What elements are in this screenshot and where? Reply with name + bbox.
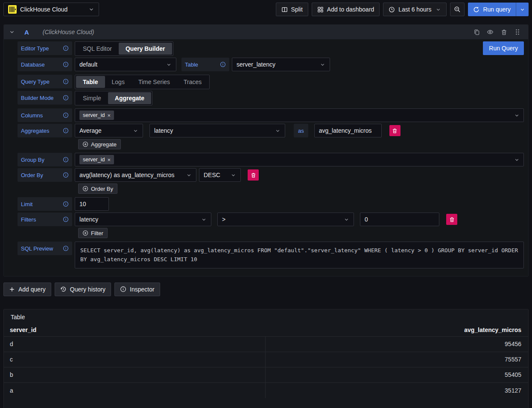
column-header-avg-latency[interactable]: avg_latency_micros — [265, 326, 528, 333]
database-select[interactable]: default — [75, 58, 176, 71]
aggregates-row: Aggregates Average latency as — [18, 124, 524, 137]
editor-type-row: Editor Type SQL Editor Query Builder Run… — [18, 41, 524, 56]
info-icon[interactable] — [63, 128, 69, 134]
chevron-down-icon — [88, 6, 94, 12]
table-row[interactable]: b 55405 — [4, 367, 528, 383]
query-type-logs[interactable]: Logs — [105, 76, 132, 88]
sql-preview-row: SQL Preview SELECT server_id, avg(latenc… — [18, 242, 524, 268]
limit-field[interactable] — [75, 197, 109, 211]
order-by-direction-select[interactable]: DESC — [199, 168, 241, 182]
add-order-by-button[interactable]: Order By — [78, 184, 117, 194]
columns-row: Columns server_id × — [18, 108, 524, 122]
order-by-row: Order By avg(latency) as avg_latency_mic… — [18, 168, 524, 182]
info-icon[interactable] — [220, 61, 226, 67]
remove-query-trash-icon[interactable] — [498, 26, 509, 38]
info-icon[interactable] — [63, 95, 69, 101]
collapse-chevron-icon[interactable] — [9, 29, 15, 35]
add-query-button[interactable]: Add query — [3, 283, 51, 296]
table-row[interactable]: c 75557 — [4, 352, 528, 367]
sql-preview-text: SELECT server_id, avg(latency) as avg_la… — [75, 242, 524, 268]
table-select[interactable]: server_latency — [232, 58, 330, 71]
remove-order-by-button[interactable] — [248, 169, 259, 181]
add-aggregate-button[interactable]: Aggregate — [78, 139, 121, 149]
add-order-by-row: Order By — [78, 184, 524, 194]
drag-handle-icon[interactable] — [512, 26, 523, 38]
aggregate-alias-field[interactable] — [314, 124, 382, 137]
clickhouse-logo-icon — [8, 5, 17, 14]
builder-mode-toggle: Simple Aggregate — [75, 91, 152, 105]
hide-response-eye-icon[interactable] — [485, 26, 496, 38]
table-panel-title[interactable]: Table — [4, 313, 528, 324]
duplicate-query-icon[interactable] — [471, 26, 482, 38]
aggregate-column-select[interactable]: latency — [149, 124, 285, 137]
builder-mode-aggregate[interactable]: Aggregate — [108, 92, 151, 104]
chip-remove-icon[interactable]: × — [107, 157, 111, 163]
query-type-row: Query Type Table Logs Time Series Traces — [18, 75, 524, 89]
info-icon[interactable] — [63, 157, 69, 163]
info-icon[interactable] — [63, 61, 69, 67]
chevron-down-icon — [436, 7, 441, 12]
zoom-out-time-button[interactable] — [450, 3, 465, 16]
info-icon[interactable] — [63, 172, 69, 178]
query-ref-id[interactable]: A — [24, 29, 29, 36]
info-icon[interactable] — [63, 216, 69, 222]
order-by-expression-select[interactable]: avg(latency) as avg_latency_micros — [75, 168, 196, 182]
group-by-multiselect[interactable]: server_id × — [75, 153, 524, 166]
editor-type-sql-editor[interactable]: SQL Editor — [76, 43, 119, 55]
time-range-picker[interactable]: Last 6 hours — [383, 3, 447, 16]
filter-column-select[interactable]: latency — [75, 213, 211, 226]
table-row[interactable]: a 35127 — [4, 383, 528, 398]
query-type-traces[interactable]: Traces — [177, 76, 208, 88]
database-label: Database — [18, 58, 72, 71]
builder-mode-row: Builder Mode Simple Aggregate — [18, 91, 524, 105]
add-to-dashboard-button[interactable]: Add to dashboard — [312, 3, 380, 16]
column-header-server-id[interactable]: server_id — [4, 326, 265, 333]
results-table: server_id avg_latency_micros d 95456 c 7… — [4, 324, 528, 398]
apps-grid-icon — [317, 6, 324, 13]
add-filter-button[interactable]: Filter — [78, 228, 108, 238]
query-history-button[interactable]: Query history — [55, 283, 111, 296]
query-editor-header: A (ClickHouse Cloud) — [4, 25, 528, 39]
query-editor-card: A (ClickHouse Cloud) Editor Type — [3, 24, 529, 277]
database-value: default — [79, 61, 97, 68]
aggregate-function-select[interactable]: Average — [75, 124, 143, 137]
inspector-button[interactable]: Inspector — [114, 283, 160, 296]
editor-type-label: Editor Type — [18, 41, 72, 55]
table-row[interactable]: d 95456 — [4, 337, 528, 352]
group-by-chip: server_id × — [79, 155, 114, 164]
columns-multiselect[interactable]: server_id × — [75, 108, 524, 122]
limit-input[interactable] — [79, 201, 104, 207]
plus-icon — [9, 286, 15, 292]
table-panel: Table server_id avg_latency_micros d 954… — [3, 309, 529, 408]
info-circle-icon — [120, 286, 126, 292]
explore-toolbar: ClickHouse Cloud Split Add to dashboard … — [0, 0, 532, 19]
query-type-time-series[interactable]: Time Series — [132, 76, 177, 88]
add-to-dashboard-label: Add to dashboard — [327, 6, 374, 13]
filter-value-input[interactable] — [365, 216, 435, 223]
filter-operator-select[interactable]: > — [217, 213, 354, 226]
query-type-table[interactable]: Table — [76, 76, 105, 88]
chip-remove-icon[interactable]: × — [107, 113, 111, 118]
run-query-dropdown-toggle[interactable] — [516, 3, 529, 16]
builder-mode-simple[interactable]: Simple — [76, 92, 108, 104]
aggregates-label: Aggregates — [18, 124, 72, 137]
editor-type-query-builder[interactable]: Query Builder — [119, 43, 172, 55]
datasource-picker[interactable]: ClickHouse Cloud — [3, 3, 99, 16]
aggregate-alias-input[interactable] — [319, 127, 377, 134]
run-query-inline-button[interactable]: Run Query — [483, 41, 524, 55]
remove-aggregate-button[interactable] — [389, 125, 400, 136]
info-icon[interactable] — [63, 79, 69, 85]
datasource-name: ClickHouse Cloud — [20, 6, 85, 13]
remove-filter-button[interactable] — [446, 214, 457, 225]
builder-mode-label: Builder Mode — [18, 91, 72, 105]
run-query-button[interactable]: Run query — [468, 3, 516, 16]
info-icon[interactable] — [63, 112, 69, 118]
info-icon[interactable] — [63, 45, 69, 51]
info-icon[interactable] — [63, 201, 69, 207]
table-header-row: server_id avg_latency_micros — [4, 324, 528, 337]
filters-label: Filters — [18, 213, 72, 226]
filter-value-field[interactable] — [360, 213, 439, 226]
split-button[interactable]: Split — [276, 3, 308, 16]
group-by-label: Group By — [18, 153, 72, 166]
info-icon[interactable] — [63, 245, 69, 251]
